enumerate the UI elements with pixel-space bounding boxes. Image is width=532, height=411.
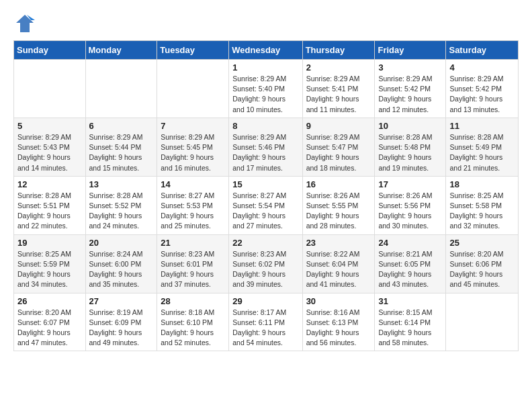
calendar-cell: 24Sunrise: 8:21 AM Sunset: 6:05 PM Dayli…	[375, 234, 446, 293]
day-number: 1	[232, 62, 298, 73]
day-detail: Sunrise: 8:18 AM Sunset: 6:10 PM Dayligh…	[161, 308, 225, 349]
calendar-cell: 5Sunrise: 8:29 AM Sunset: 5:43 PM Daylig…	[14, 118, 86, 176]
day-detail: Sunrise: 8:28 AM Sunset: 5:52 PM Dayligh…	[89, 191, 154, 232]
calendar-cell: 28Sunrise: 8:18 AM Sunset: 6:10 PM Dayli…	[157, 293, 229, 351]
day-number: 16	[306, 179, 371, 189]
day-detail: Sunrise: 8:26 AM Sunset: 5:56 PM Dayligh…	[378, 191, 442, 232]
day-number: 5	[17, 121, 82, 131]
calendar-week-2: 12Sunrise: 8:28 AM Sunset: 5:51 PM Dayli…	[14, 176, 519, 234]
day-number: 22	[232, 238, 298, 248]
day-number: 27	[89, 296, 154, 306]
calendar-cell: 16Sunrise: 8:26 AM Sunset: 5:55 PM Dayli…	[302, 176, 375, 234]
calendar-cell: 25Sunrise: 8:20 AM Sunset: 6:06 PM Dayli…	[446, 234, 519, 293]
day-detail: Sunrise: 8:28 AM Sunset: 5:48 PM Dayligh…	[378, 132, 442, 173]
calendar-cell: 30Sunrise: 8:16 AM Sunset: 6:13 PM Dayli…	[302, 293, 375, 351]
header	[13, 13, 519, 34]
day-detail: Sunrise: 8:27 AM Sunset: 5:53 PM Dayligh…	[161, 191, 225, 232]
day-detail: Sunrise: 8:22 AM Sunset: 6:04 PM Dayligh…	[306, 249, 371, 290]
day-detail: Sunrise: 8:29 AM Sunset: 5:44 PM Dayligh…	[89, 132, 154, 173]
day-number: 7	[161, 121, 225, 131]
day-detail: Sunrise: 8:27 AM Sunset: 5:54 PM Dayligh…	[232, 191, 298, 232]
calendar-week-0: 1Sunrise: 8:29 AM Sunset: 5:40 PM Daylig…	[14, 60, 519, 118]
day-number: 25	[449, 238, 515, 248]
day-detail: Sunrise: 8:24 AM Sunset: 6:00 PM Dayligh…	[89, 249, 154, 290]
calendar-week-4: 26Sunrise: 8:20 AM Sunset: 6:07 PM Dayli…	[14, 293, 519, 351]
day-detail: Sunrise: 8:25 AM Sunset: 5:59 PM Dayligh…	[17, 249, 82, 290]
calendar-cell: 14Sunrise: 8:27 AM Sunset: 5:53 PM Dayli…	[157, 176, 229, 234]
day-number: 24	[378, 238, 442, 248]
calendar-cell: 3Sunrise: 8:29 AM Sunset: 5:42 PM Daylig…	[375, 60, 446, 118]
calendar-cell: 12Sunrise: 8:28 AM Sunset: 5:51 PM Dayli…	[14, 176, 86, 234]
header-friday: Friday	[375, 41, 446, 60]
day-detail: Sunrise: 8:23 AM Sunset: 6:02 PM Dayligh…	[232, 249, 298, 290]
calendar-cell: 21Sunrise: 8:23 AM Sunset: 6:01 PM Dayli…	[157, 234, 229, 293]
header-tuesday: Tuesday	[157, 41, 229, 60]
calendar-header-row: SundayMondayTuesdayWednesdayThursdayFrid…	[14, 41, 519, 60]
calendar-cell	[446, 293, 519, 351]
day-detail: Sunrise: 8:16 AM Sunset: 6:13 PM Dayligh…	[306, 308, 371, 349]
calendar-cell: 4Sunrise: 8:29 AM Sunset: 5:42 PM Daylig…	[446, 60, 519, 118]
calendar-cell: 20Sunrise: 8:24 AM Sunset: 6:00 PM Dayli…	[85, 234, 157, 293]
calendar-cell: 8Sunrise: 8:29 AM Sunset: 5:46 PM Daylig…	[229, 118, 302, 176]
day-detail: Sunrise: 8:17 AM Sunset: 6:11 PM Dayligh…	[232, 308, 298, 349]
day-number: 20	[89, 238, 154, 248]
day-number: 10	[378, 121, 442, 131]
calendar-cell: 13Sunrise: 8:28 AM Sunset: 5:52 PM Dayli…	[85, 176, 157, 234]
logo	[13, 13, 32, 34]
day-detail: Sunrise: 8:20 AM Sunset: 6:07 PM Dayligh…	[17, 308, 82, 349]
calendar-cell: 22Sunrise: 8:23 AM Sunset: 6:02 PM Dayli…	[229, 234, 302, 293]
day-number: 17	[378, 179, 442, 189]
day-detail: Sunrise: 8:29 AM Sunset: 5:42 PM Dayligh…	[378, 74, 442, 115]
day-number: 3	[378, 62, 442, 73]
day-detail: Sunrise: 8:29 AM Sunset: 5:45 PM Dayligh…	[161, 132, 225, 173]
calendar-cell: 2Sunrise: 8:29 AM Sunset: 5:41 PM Daylig…	[302, 60, 375, 118]
day-detail: Sunrise: 8:20 AM Sunset: 6:06 PM Dayligh…	[449, 249, 515, 290]
day-detail: Sunrise: 8:23 AM Sunset: 6:01 PM Dayligh…	[161, 249, 225, 290]
day-number: 31	[378, 296, 442, 306]
day-number: 6	[89, 121, 154, 131]
day-detail: Sunrise: 8:25 AM Sunset: 5:58 PM Dayligh…	[449, 191, 515, 232]
calendar-cell: 11Sunrise: 8:28 AM Sunset: 5:49 PM Dayli…	[446, 118, 519, 176]
day-number: 13	[89, 179, 154, 189]
day-detail: Sunrise: 8:29 AM Sunset: 5:40 PM Dayligh…	[232, 74, 298, 115]
day-detail: Sunrise: 8:29 AM Sunset: 5:43 PM Dayligh…	[17, 132, 82, 173]
day-detail: Sunrise: 8:19 AM Sunset: 6:09 PM Dayligh…	[89, 308, 154, 349]
calendar-cell: 1Sunrise: 8:29 AM Sunset: 5:40 PM Daylig…	[229, 60, 302, 118]
calendar-cell: 29Sunrise: 8:17 AM Sunset: 6:11 PM Dayli…	[229, 293, 302, 351]
calendar-cell: 18Sunrise: 8:25 AM Sunset: 5:58 PM Dayli…	[446, 176, 519, 234]
header-sunday: Sunday	[14, 41, 86, 60]
day-detail: Sunrise: 8:29 AM Sunset: 5:47 PM Dayligh…	[306, 132, 371, 173]
calendar-cell: 26Sunrise: 8:20 AM Sunset: 6:07 PM Dayli…	[14, 293, 86, 351]
day-number: 11	[449, 121, 515, 131]
header-wednesday: Wednesday	[229, 41, 302, 60]
day-detail: Sunrise: 8:29 AM Sunset: 5:42 PM Dayligh…	[449, 74, 515, 115]
header-saturday: Saturday	[446, 41, 519, 60]
day-detail: Sunrise: 8:26 AM Sunset: 5:55 PM Dayligh…	[306, 191, 371, 232]
calendar: SundayMondayTuesdayWednesdayThursdayFrid…	[13, 40, 519, 351]
calendar-cell: 19Sunrise: 8:25 AM Sunset: 5:59 PM Dayli…	[14, 234, 86, 293]
calendar-cell: 7Sunrise: 8:29 AM Sunset: 5:45 PM Daylig…	[157, 118, 229, 176]
calendar-cell: 17Sunrise: 8:26 AM Sunset: 5:56 PM Dayli…	[375, 176, 446, 234]
calendar-cell: 27Sunrise: 8:19 AM Sunset: 6:09 PM Dayli…	[85, 293, 157, 351]
day-number: 19	[17, 238, 82, 248]
header-thursday: Thursday	[302, 41, 375, 60]
day-number: 23	[306, 238, 371, 248]
day-number: 29	[232, 296, 298, 306]
day-detail: Sunrise: 8:28 AM Sunset: 5:49 PM Dayligh…	[449, 132, 515, 173]
svg-marker-0	[16, 15, 34, 32]
calendar-cell	[85, 60, 157, 118]
calendar-week-1: 5Sunrise: 8:29 AM Sunset: 5:43 PM Daylig…	[14, 118, 519, 176]
day-detail: Sunrise: 8:15 AM Sunset: 6:14 PM Dayligh…	[378, 308, 442, 349]
calendar-cell: 15Sunrise: 8:27 AM Sunset: 5:54 PM Dayli…	[229, 176, 302, 234]
day-number: 9	[306, 121, 371, 131]
day-number: 30	[306, 296, 371, 306]
calendar-cell: 31Sunrise: 8:15 AM Sunset: 6:14 PM Dayli…	[375, 293, 446, 351]
calendar-cell: 9Sunrise: 8:29 AM Sunset: 5:47 PM Daylig…	[302, 118, 375, 176]
day-number: 21	[161, 238, 225, 248]
calendar-cell	[14, 60, 86, 118]
day-number: 8	[232, 121, 298, 131]
logo-bird-icon	[15, 13, 35, 34]
day-number: 14	[161, 179, 225, 189]
day-detail: Sunrise: 8:29 AM Sunset: 5:46 PM Dayligh…	[232, 132, 298, 173]
day-number: 28	[161, 296, 225, 306]
